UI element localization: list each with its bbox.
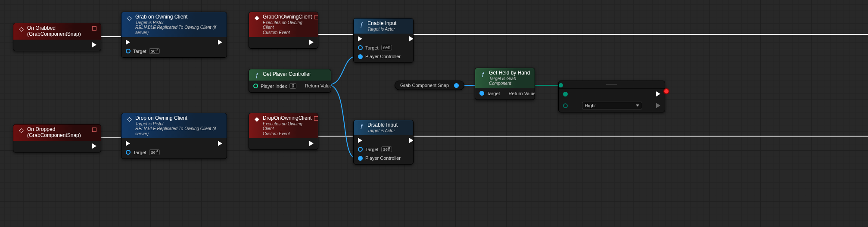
node-title: Disable Input — [367, 122, 409, 128]
node-subtitle: Custom Event — [263, 131, 311, 137]
target-pin[interactable]: Target self — [358, 146, 401, 152]
exec-in-pin[interactable] — [358, 138, 401, 143]
function-icon — [358, 123, 365, 129]
drag-handle[interactable] — [559, 81, 665, 89]
player-controller-pin[interactable]: Player Controller — [358, 54, 401, 59]
exec-in-pin[interactable] — [126, 40, 160, 45]
event-icon — [18, 127, 25, 133]
node-enable-input[interactable]: Enable Input Target is Actor Target self… — [353, 18, 414, 63]
option-pin[interactable] — [563, 103, 568, 108]
exec-out-pin[interactable] — [409, 138, 414, 143]
target-pin[interactable]: Target self — [126, 149, 160, 155]
node-drop-on-owning-client[interactable]: Drop on Owning Client Target is Pistol R… — [121, 113, 227, 159]
node-get-held-by-hand[interactable]: Get Held by Hand Target is Grab Componen… — [475, 68, 535, 100]
error-indicator[interactable] — [663, 88, 669, 94]
node-get-player-controller[interactable]: Get Player Controller Player Index 0 Ret… — [249, 69, 331, 93]
exec-out-pin[interactable] — [309, 141, 314, 146]
node-title: DropOnOwningClient — [263, 115, 311, 121]
node-subtitle: Target is Grab Component — [489, 76, 530, 86]
node-title: Get Held by Hand — [489, 70, 530, 76]
return-value-pin[interactable]: Return Value — [509, 91, 535, 96]
node-title: Enable Input — [367, 21, 409, 27]
target-pin[interactable]: Target self — [126, 48, 160, 54]
replicated-icon — [126, 15, 133, 21]
exec-out-pin[interactable] — [309, 40, 314, 45]
breakpoint-indicator[interactable] — [92, 26, 96, 31]
exec-out-option[interactable] — [656, 103, 660, 108]
node-title: Drop on Owning Client — [135, 115, 222, 121]
function-icon — [253, 72, 260, 78]
function-icon — [358, 21, 365, 28]
node-subtitle: RELIABLE Replicated To Owning Client (if… — [135, 25, 222, 35]
node-subtitle: RELIABLE Replicated To Owning Client (if… — [135, 126, 222, 136]
custom-event-icon — [253, 116, 260, 122]
node-on-grabbed[interactable]: On Grabbed (GrabComponentSnap) — [13, 23, 101, 51]
enum-dropdown[interactable]: Right — [582, 102, 642, 109]
breakpoint-indicator[interactable] — [314, 15, 318, 19]
node-title: GrabOnOwningClient — [263, 14, 312, 20]
exec-out-pin[interactable] — [218, 40, 222, 45]
player-index-pin[interactable]: Player Index 0 — [253, 83, 296, 89]
exec-in-pin[interactable] — [358, 36, 401, 41]
node-title: On Dropped (GrabComponentSnap) — [27, 127, 90, 139]
return-value-pin[interactable]: Return Value — [305, 83, 331, 88]
node-subtitle: Target is Pistol — [135, 121, 222, 127]
event-icon — [18, 26, 25, 32]
node-subtitle: Target is Pistol — [135, 20, 222, 25]
node-subtitle: Target is Actor — [367, 128, 409, 134]
player-controller-pin[interactable]: Player Controller — [358, 155, 401, 161]
replicated-icon — [126, 116, 133, 122]
exec-in-pin[interactable] — [126, 141, 160, 146]
node-on-dropped[interactable]: On Dropped (GrabComponentSnap) — [13, 124, 101, 152]
node-subtitle: Custom Event — [263, 30, 312, 35]
reroute-node[interactable] — [559, 83, 563, 87]
variable-grab-component-snap[interactable]: Grab Component Snap — [395, 81, 464, 90]
breakpoint-indicator[interactable] — [314, 116, 318, 121]
node-grab-on-owning-client[interactable]: Grab on Owning Client Target is Pistol R… — [121, 12, 227, 58]
node-subtitle: Executes on Owning Client — [263, 20, 312, 30]
node-drop-custom-event[interactable]: DropOnOwningClient Executes on Owning Cl… — [249, 113, 318, 150]
variable-label: Grab Component Snap — [400, 83, 449, 88]
function-icon — [479, 71, 486, 77]
custom-event-icon — [253, 15, 260, 21]
node-title: Get Player Controller — [263, 72, 327, 78]
node-subtitle: Target is Actor — [367, 27, 409, 32]
variable-output-pin[interactable] — [454, 83, 459, 88]
node-grab-custom-event[interactable]: GrabOnOwningClient Executes on Owning Cl… — [249, 12, 318, 49]
target-pin[interactable]: Target — [479, 91, 500, 96]
exec-out-pin[interactable] — [218, 141, 222, 146]
node-subtitle: Executes on Owning Client — [263, 121, 311, 131]
node-title: On Grabbed (GrabComponentSnap) — [27, 25, 90, 37]
breakpoint-indicator[interactable] — [92, 127, 96, 132]
node-disable-input[interactable]: Disable Input Target is Actor Target sel… — [353, 120, 414, 165]
node-title: Grab on Owning Client — [135, 14, 222, 20]
exec-out-pin[interactable] — [92, 143, 96, 149]
exec-out-pin[interactable] — [409, 36, 414, 41]
exec-out-pin[interactable] — [92, 42, 96, 47]
selection-pin[interactable] — [563, 92, 568, 96]
exec-out-default[interactable] — [656, 91, 660, 96]
node-switch-on-hand[interactable]: Right — [558, 81, 665, 112]
target-pin[interactable]: Target self — [358, 45, 401, 50]
